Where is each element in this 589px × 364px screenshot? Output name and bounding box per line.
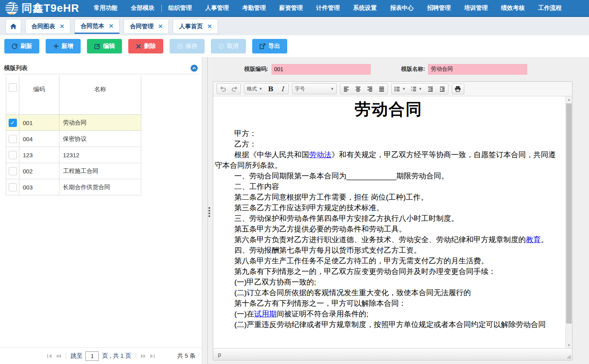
tab-contract-management[interactable]: 合同管理× [124, 19, 169, 34]
doc-paragraph: (二)订立本合同所依据的客观情况发生重大变化，致使本合同无法履行的 [215, 287, 562, 298]
nav-item[interactable]: 工作流程 [532, 4, 569, 12]
table-row[interactable]: 002工程施工合同 [6, 163, 141, 179]
nav-item[interactable]: 人事管理 [199, 4, 236, 12]
first-page-icon[interactable] [47, 354, 52, 358]
doc-paragraph: 第八条甲方生产工作任务不足使乙方待工的，甲方无需支付乙方的月生活费。 [215, 256, 562, 266]
prev-page-icon[interactable] [55, 354, 61, 358]
button-label: 删除 [144, 42, 156, 50]
plus-icon [53, 43, 59, 49]
select-all-checkbox[interactable] [9, 83, 17, 92]
align-center-button[interactable] [352, 84, 364, 94]
indent-button[interactable] [436, 84, 448, 94]
nav-item[interactable]: 培训管理 [458, 4, 495, 12]
template-name-field: 模版名称: [401, 64, 528, 75]
scroll-up-icon[interactable]: ▲ [566, 96, 572, 103]
table-row[interactable]: 004保密协议 [6, 131, 141, 147]
nav-item[interactable]: 组织管理 [162, 4, 199, 12]
page-number-input[interactable] [85, 351, 99, 361]
table-row[interactable]: ✓001劳动合同 [6, 115, 141, 131]
doc-paragraph: 第十条乙方有下列情形之一，甲方可以解除本合同： [215, 298, 562, 309]
edit-button[interactable]: 编辑 [87, 39, 122, 53]
nav-item[interactable]: 计件管理 [310, 4, 347, 12]
doc-link[interactable]: 教育 [526, 235, 541, 244]
scroll-down-icon[interactable]: ▼ [566, 342, 572, 348]
doc-link[interactable]: 劳动法 [309, 151, 331, 159]
row-checkbox[interactable]: ✓ [9, 119, 17, 127]
nav-item[interactable]: 薪资管理 [273, 4, 310, 12]
nav-item[interactable]: 招聘管理 [421, 4, 458, 12]
italic-button[interactable]: I [277, 84, 288, 94]
delete-button[interactable]: 删除 [128, 39, 163, 53]
refresh-icon [11, 43, 18, 50]
doc-paragraph: (一)在试用期间被证明不符合录用条件的; [215, 309, 562, 319]
brand-logo: 同鑫T9eHR [0, 1, 79, 15]
panel-title: 模版列表 [4, 64, 28, 72]
top-nav-bar: 同鑫T9eHR 常用功能全部模块组织管理人事管理考勤管理薪资管理计件管理系统设置… [0, 0, 589, 17]
outdent-button[interactable] [425, 84, 436, 94]
row-checkbox[interactable] [9, 151, 17, 159]
format-dropdown[interactable]: 格式▼ [244, 84, 265, 94]
nav-item[interactable]: 考勤管理 [236, 4, 273, 12]
align-left-button[interactable] [340, 84, 352, 94]
close-icon[interactable]: × [60, 24, 64, 29]
row-checkbox[interactable] [9, 135, 17, 143]
doc-paragraph: 第九条有下列情形之一的，甲乙双方应变更劳动合同并及时办理变更合同手续： [215, 266, 562, 277]
table-row[interactable]: 12312312 [6, 147, 141, 163]
tab-hr-home[interactable]: 人事首页× [173, 19, 218, 34]
bullet-list-button[interactable]: ▼ [391, 84, 408, 94]
refresh-button[interactable]: 刷新 [4, 39, 39, 53]
splitter-grip-icon [209, 207, 210, 217]
doc-paragraph: 第五条甲方为乙方提供必要的劳动条件和劳动工具。 [215, 224, 562, 234]
bold-button[interactable]: B [265, 84, 277, 94]
tab-home[interactable] [6, 19, 21, 34]
doc-link[interactable]: 试用期 [254, 310, 277, 318]
document[interactable]: 劳动合同 甲方：乙方：根据《中华人民共和国劳动法》和有关规定，甲乙双方经平等协商… [213, 96, 565, 348]
button-label: 新增 [62, 42, 74, 50]
last-page-icon[interactable] [150, 354, 155, 358]
add-button[interactable]: 新增 [46, 39, 81, 53]
close-icon[interactable]: × [109, 23, 113, 29]
save-icon [177, 43, 183, 49]
panel-splitter[interactable] [202, 57, 213, 364]
doc-paragraph: 四、劳动报酬第七条甲方每月以货币形式支付乙方工资。 [215, 245, 562, 256]
numbered-list-button[interactable]: ▼ [408, 84, 425, 94]
template-name-input[interactable] [428, 64, 527, 75]
close-icon[interactable]: × [158, 24, 162, 29]
export-button[interactable]: 导出 [252, 39, 287, 53]
brand-logo-icon [5, 1, 19, 15]
tab-contract-template[interactable]: 合同范本× [74, 19, 120, 34]
collapse-panel-icon[interactable] [190, 64, 198, 72]
template-code-input[interactable] [271, 64, 371, 75]
editor-scrollbar[interactable]: ▲ ▼ [565, 96, 572, 348]
nav-item[interactable]: 绩效考核 [495, 4, 532, 12]
cell-name: 劳动合同 [59, 115, 141, 131]
template-name-label: 模版名称: [401, 66, 425, 73]
scrollbar-thumb[interactable] [566, 103, 572, 324]
table-row[interactable]: 003长期合作供货合同 [6, 179, 141, 195]
row-checkbox[interactable] [9, 183, 17, 191]
redo-icon[interactable] [229, 84, 240, 94]
close-icon[interactable]: × [207, 24, 212, 29]
button-label: 保存 [186, 42, 198, 50]
print-button[interactable] [452, 84, 464, 94]
resize-grip-icon[interactable] [567, 355, 571, 359]
align-right-button[interactable] [364, 84, 376, 94]
next-page-icon[interactable] [140, 354, 146, 358]
undo-icon[interactable] [217, 84, 229, 94]
tab-label: 人事首页 [179, 23, 203, 30]
editor-content-area[interactable]: 劳动合同 甲方：乙方：根据《中华人民共和国劳动法》和有关规定，甲乙双方经平等协商… [213, 96, 572, 348]
nav-item[interactable]: 全部模块 [124, 4, 161, 12]
fontsize-dropdown[interactable]: 字号▼ [292, 84, 336, 94]
nav-item[interactable]: 常用功能 [87, 4, 124, 12]
align-justify-button[interactable] [376, 84, 388, 94]
doc-paragraph: 一、劳动合同期限第一条本合同为____________期限劳动合同。 [215, 171, 562, 181]
row-checkbox[interactable] [9, 167, 17, 175]
tab-contract-chart[interactable]: 合同图表× [25, 19, 70, 34]
template-code-label: 模版编码: [244, 66, 268, 73]
nav-item[interactable]: 系统设置 [347, 4, 384, 12]
cell-name: 保密协议 [59, 131, 141, 147]
action-toolbar: 刷新新增编辑删除保存取消导出 [0, 35, 589, 57]
jump-label: 跳至 [70, 352, 82, 360]
doc-paragraph: 第六条甲方负责对乙方进行职业道德、业务技术、劳动安全、劳动纪律和甲方规章制度的教… [215, 234, 562, 245]
nav-item[interactable]: 报表中心 [384, 4, 421, 12]
